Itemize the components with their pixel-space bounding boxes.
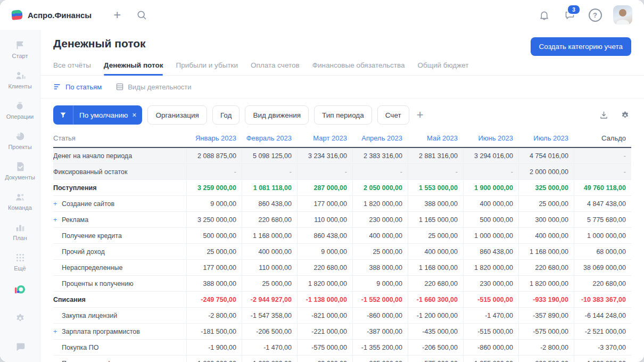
table-cell: 220 680,00 — [518, 260, 574, 275]
view-tab-activity-types[interactable]: Виды деятельности — [115, 83, 191, 91]
table-cell: 220 680,00 — [408, 276, 463, 291]
table-cell: 25 000,00 — [518, 196, 574, 211]
table-cell: 860 438,00 — [463, 244, 518, 259]
table-cell: - — [297, 164, 352, 179]
tab-invoice-payment[interactable]: Оплата счетов — [251, 61, 300, 75]
table-settings-gear-icon[interactable] — [618, 109, 631, 121]
view-tab-by-items[interactable]: По статьям — [53, 83, 102, 91]
user-avatar[interactable] — [613, 5, 632, 24]
table-cell: 2 050 000,00 — [352, 180, 408, 195]
row-label[interactable]: + Создание сайтов — [53, 196, 186, 211]
row-label: Денег на начало периода — [53, 148, 186, 163]
clear-filter-icon[interactable]: × — [132, 111, 136, 119]
table-row: Получение кредита 500 000,001 168 000,00… — [53, 228, 631, 244]
sidebar-item-clients[interactable]: Клиенты — [0, 67, 40, 93]
filter-chip-organization[interactable]: Организация — [147, 105, 207, 125]
sidebar-item-start[interactable]: Старт — [0, 36, 40, 62]
expand-plus-icon[interactable]: + — [53, 216, 57, 224]
table-cell: -1 470,00 — [463, 308, 518, 323]
chat-bubble-icon[interactable] — [13, 340, 28, 355]
table-cell: - — [408, 164, 463, 179]
table-cell: -515 000,00 — [463, 292, 518, 307]
table-cell: 230 000,00 — [352, 212, 408, 227]
sidebar-item-operations[interactable]: Операции — [0, 97, 40, 123]
column-header[interactable]: Апрель 2023 — [352, 129, 408, 147]
table-cell: 9 000,00 — [297, 244, 352, 259]
table-cell: -1 552 000,00 — [352, 292, 408, 307]
table-cell: -860 000,00 — [463, 340, 518, 355]
column-header: Сальдо — [574, 129, 631, 147]
row-label: Списания — [53, 292, 186, 307]
sidebar-item-label: Проекты — [8, 144, 31, 150]
table-cell: 230 000,00 — [463, 276, 518, 291]
sidebar-item-label: Операции — [6, 113, 34, 120]
add-filter-icon[interactable]: + — [417, 108, 424, 122]
tab-financial-obligations[interactable]: Финансовые обязательства — [312, 61, 405, 75]
sidebar-item-team[interactable]: Команда — [0, 188, 40, 214]
table-cell: -1 547 358,00 — [242, 308, 297, 323]
row-label[interactable]: + Зарплата программистов — [53, 324, 186, 339]
table-cell: -357 890,00 — [518, 308, 574, 323]
column-header[interactable]: Март 2023 — [297, 129, 352, 147]
filter-chip-year[interactable]: Год — [212, 105, 240, 125]
row-label: Закупка лицензий — [53, 308, 186, 323]
table-cell: - — [574, 164, 631, 179]
tab-profit-loss[interactable]: Прибыли и убытки — [176, 61, 238, 75]
table-cell: 1 081 118,00 — [242, 180, 297, 195]
documents-icon — [14, 161, 26, 172]
table-cell: 68 000,00 — [574, 244, 631, 259]
download-icon[interactable] — [597, 109, 610, 121]
table-cell: 1 820 000,00 — [352, 196, 408, 211]
expand-plus-icon[interactable]: + — [53, 200, 57, 208]
table-cell: 287 000,00 — [297, 180, 352, 195]
sidebar-item-plan[interactable]: План — [0, 218, 40, 244]
table-row: Нераспределенные 177 000,00110 000,00220… — [53, 260, 631, 276]
row-label: Покупка ПО — [53, 340, 186, 355]
notifications-bell-icon[interactable] — [536, 7, 551, 22]
sidebar-item-projects[interactable]: Проекты — [0, 127, 40, 153]
search-icon[interactable] — [134, 7, 149, 22]
table-cell: 25 000,00 — [242, 276, 297, 291]
row-label[interactable]: + Реклама — [53, 212, 186, 227]
table-cell: -1 900,00 — [186, 340, 242, 355]
create-category-button[interactable]: Создать категорию учета — [531, 37, 631, 56]
filter-chip-period-type[interactable]: Тип периода — [314, 105, 372, 125]
column-header[interactable]: Январь 2023 — [186, 129, 242, 147]
table-cell: 220 680,00 — [242, 212, 297, 227]
list-icon — [53, 83, 62, 91]
row-label: Фиксированный остаток — [53, 164, 186, 179]
table-cell: 1 820 000,00 — [518, 276, 574, 291]
table-cell: -575 000,00 — [518, 324, 574, 339]
table-cell: 3 259 000,00 — [186, 180, 242, 195]
column-header[interactable]: Июнь 2023 — [463, 129, 518, 147]
filter-chip-account[interactable]: Счет — [377, 105, 409, 125]
table-cell: - — [242, 164, 297, 179]
unread-badge: 3 — [567, 4, 581, 15]
aspro-app-icon[interactable] — [13, 282, 28, 297]
column-header[interactable]: Июль 2023 — [518, 129, 574, 147]
table-row: Проценты к получению 388 000,0025 000,00… — [53, 276, 631, 292]
table-cell: 2 000 000,00 — [518, 164, 574, 179]
page-title: Денежный поток — [53, 37, 146, 50]
tab-cash-flow[interactable]: Денежный поток — [104, 61, 163, 75]
table-cell: -933 190,00 — [518, 292, 574, 307]
settings-icon[interactable] — [13, 311, 28, 326]
expand-plus-icon[interactable]: + — [53, 328, 57, 335]
table-cell: 177 000,00 — [297, 196, 352, 211]
table-cell: -206 500,00 — [242, 324, 297, 339]
column-header[interactable]: Февраль 2023 — [242, 129, 297, 147]
help-icon[interactable]: ? — [588, 7, 602, 22]
create-plus-icon[interactable]: + — [110, 7, 125, 22]
table-cell: 3 234 316,00 — [297, 148, 352, 163]
tab-general-budget[interactable]: Общий бюджет — [418, 61, 469, 75]
sidebar-item-more[interactable]: Ещё — [0, 249, 40, 275]
sidebar-item-documents[interactable]: Документы — [0, 158, 40, 184]
table-cell: -1 138 000,00 — [297, 292, 352, 307]
default-filter-button[interactable]: По умолчанию × — [53, 105, 142, 125]
messages-chat-icon[interactable]: 3 — [562, 7, 577, 22]
table-cell: -1 023 239,00 — [242, 356, 297, 362]
filter-chip-movement-type[interactable]: Вид движения — [245, 105, 309, 125]
table-row: Поступления 3 259 000,001 081 118,00287 … — [53, 180, 631, 196]
tab-all-reports[interactable]: Все отчёты — [53, 61, 91, 75]
column-header[interactable]: Май 2023 — [408, 129, 463, 147]
